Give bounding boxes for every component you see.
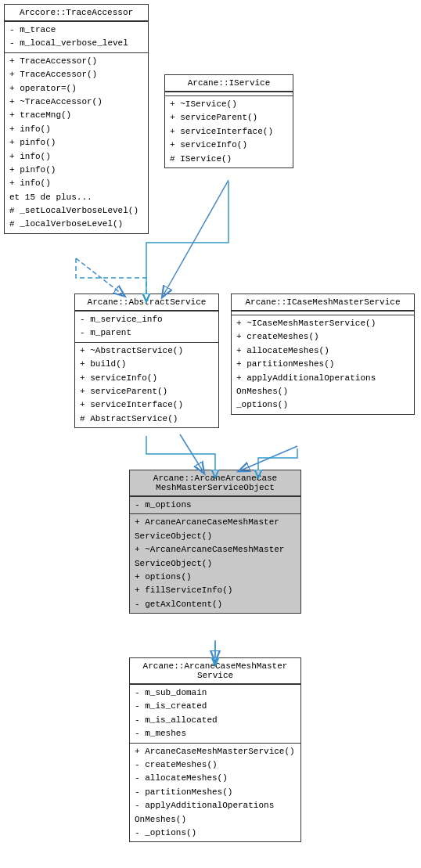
attr-subdomain: - m_sub_domain xyxy=(130,686,300,700)
diagram-container: Arccore::TraceAccessor - m_trace - m_loc… xyxy=(0,0,421,868)
method-ctor-acm: + ArcaneCaseMeshMasterService() xyxy=(130,745,300,758)
svg-line-2 xyxy=(180,434,202,470)
svg-line-3 xyxy=(243,446,297,470)
attr-meshes: - m_meshes xyxy=(130,727,300,740)
box-arcane-methods: + ArcaneArcaneCaseMeshMaster ServiceObje… xyxy=(130,513,300,613)
method-options-i: _options() xyxy=(232,398,414,412)
method-createmeshes-acm: - createMeshes() xyxy=(130,758,300,772)
method-options-ac: + options() xyxy=(130,571,300,584)
method-ctor-abstract: # AbstractService() xyxy=(75,412,218,426)
box-acm-methods: + ArcaneCaseMeshMasterService() - create… xyxy=(130,743,300,842)
method-serviceinfo-a: + serviceInfo() xyxy=(75,372,218,385)
method-applyadditional-acm: - applyAdditionalOperations xyxy=(130,799,300,812)
method-info-2: + info() xyxy=(5,150,148,164)
box-arcane-attrs: - m_options xyxy=(130,496,300,513)
attr-m-local-verbose: - m_local_verbose_level xyxy=(5,37,148,50)
box-iservice-title: Arcane::IService xyxy=(165,75,293,92)
method-partitionmeshes-acm: - partitionMeshes() xyxy=(130,786,300,799)
method-applyadditional-i: + applyAdditionalOperations xyxy=(232,372,414,385)
method-applyadditional-acm2: OnMeshes() xyxy=(130,813,300,827)
box-trace-accessor-attrs: - m_trace - m_local_verbose_level xyxy=(5,21,148,52)
method-traceaccessor-1: + TraceAccessor() xyxy=(5,55,148,68)
box-icase-mesh-title: Arcane::ICaseMeshMasterService xyxy=(232,294,414,311)
method-serviceparent-i: + serviceParent() xyxy=(165,111,293,124)
box-arcane-case-mesh: Arcane::ArcaneCaseMeshMasterService - m_… xyxy=(129,657,301,842)
box-trace-accessor-title: Arccore::TraceAccessor xyxy=(5,5,148,21)
attr-m-options: - m_options xyxy=(130,499,300,512)
attr-parent: - m_parent xyxy=(75,326,218,340)
box-trace-accessor-methods: + TraceAccessor() + TraceAccessor() + op… xyxy=(5,52,148,233)
method-more: et 15 de plus... xyxy=(5,191,148,204)
svg-line-1 xyxy=(164,180,228,294)
method-getaxlcontent: - getAxlContent() xyxy=(130,598,300,611)
method-dtor-abstract: + ~AbstractService() xyxy=(75,344,218,358)
box-trace-accessor: Arccore::TraceAccessor - m_trace - m_loc… xyxy=(4,4,149,234)
attr-service-info: - m_service_info xyxy=(75,313,218,326)
attr-m-trace: - m_trace xyxy=(5,23,148,37)
method-fillserviceinfo: + fillServiceInfo() xyxy=(130,584,300,597)
svg-line-0 xyxy=(76,258,121,294)
method-serviceinterface-i: + serviceInterface() xyxy=(165,125,293,139)
method-options-acm: - _options() xyxy=(130,827,300,840)
method-tracemng: + traceMng() xyxy=(5,109,148,122)
method-allocatemeshes-i: + allocateMeshes() xyxy=(232,344,414,358)
method-dtor-icase: + ~ICaseMeshMasterService() xyxy=(232,317,414,330)
method-localverbose: # _localVerboseLevel() xyxy=(5,218,148,231)
box-abstract-methods: + ~AbstractService() + build() + service… xyxy=(75,342,218,427)
box-arcane-case-title: Arcane::ArcaneArcaneCaseMeshMasterServic… xyxy=(130,470,300,496)
method-allocatemeshes-acm: - allocateMeshes() xyxy=(130,772,300,785)
box-abstract-attrs: - m_service_info - m_parent xyxy=(75,311,218,342)
box-arcane-case-mesh-title: Arcane::ArcaneCaseMeshMasterService xyxy=(130,658,300,684)
method-dtor-arcanecase2: ServiceObject() xyxy=(130,557,300,571)
method-ctor-iservice: # IService() xyxy=(165,153,293,166)
method-dtor-arcanecase: + ~ArcaneArcaneCaseMeshMaster xyxy=(130,543,300,556)
method-dtor-traceaccessor: + ~TraceAccessor() xyxy=(5,95,148,109)
box-abstract-service-title: Arcane::AbstractService xyxy=(75,294,218,311)
method-serviceinfo-i: + serviceInfo() xyxy=(165,139,293,152)
box-abstract-service: Arcane::AbstractService - m_service_info… xyxy=(74,294,219,428)
box-acm-attrs: - m_sub_domain - m_is_created - m_is_all… xyxy=(130,684,300,743)
box-icase-mesh: Arcane::ICaseMeshMasterService + ~ICaseM… xyxy=(231,294,415,415)
method-traceaccessor-2: + TraceAccessor() xyxy=(5,68,148,81)
method-setlocalverbose: # _setLocalVerboseLevel() xyxy=(5,204,148,218)
method-dtor-iservice: + ~IService() xyxy=(165,98,293,111)
method-info-1: + info() xyxy=(5,123,148,136)
method-info-3: + info() xyxy=(5,177,148,190)
box-arcane-case: Arcane::ArcaneArcaneCaseMeshMasterServic… xyxy=(129,470,301,614)
attr-is-created: - m_is_created xyxy=(130,700,300,713)
method-pinfo-2: + pinfo() xyxy=(5,164,148,177)
box-icase-methods: + ~ICaseMeshMasterService() + createMesh… xyxy=(232,315,414,414)
method-ctor-arcanecase2: ServiceObject() xyxy=(130,530,300,543)
box-iservice-methods: + ~IService() + serviceParent() + servic… xyxy=(165,95,293,167)
method-applyadditional-i2: OnMeshes() xyxy=(232,385,414,398)
method-serviceinterface-a: + serviceInterface() xyxy=(75,398,218,412)
method-pinfo-1: + pinfo() xyxy=(5,136,148,149)
method-operator: + operator=() xyxy=(5,82,148,95)
box-iservice: Arcane::IService + ~IService() + service… xyxy=(164,74,293,168)
method-partitionmeshes-i: + partitionMeshes() xyxy=(232,358,414,371)
method-ctor-arcanecase: + ArcaneArcaneCaseMeshMaster xyxy=(130,516,300,529)
method-createmeshes-i: + createMeshes() xyxy=(232,330,414,344)
method-build: + build() xyxy=(75,358,218,371)
attr-is-allocated: - m_is_allocated xyxy=(130,714,300,727)
method-serviceparent-a: + serviceParent() xyxy=(75,385,218,398)
